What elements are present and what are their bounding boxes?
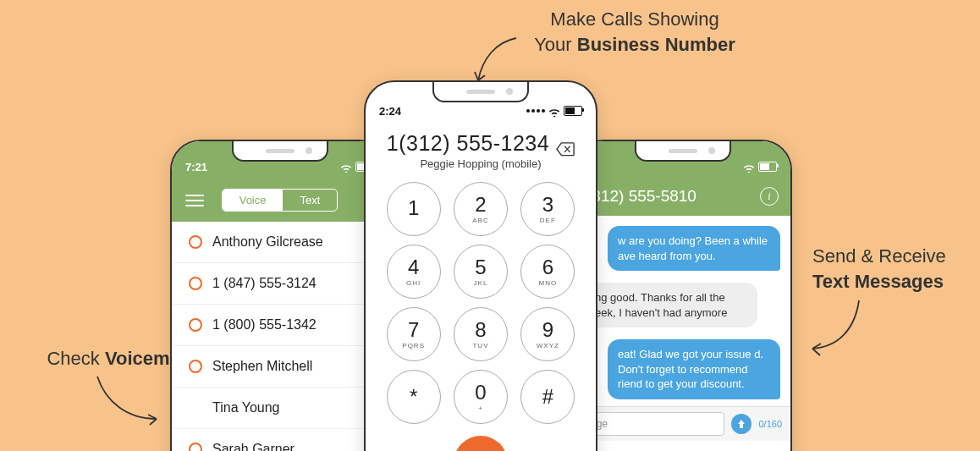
conversation-number: (312) 555-5810 — [586, 187, 696, 206]
dialed-number-row: 1(312) 555-1234 — [366, 128, 596, 156]
list-item[interactable]: Tina Young — [172, 388, 388, 429]
key-6[interactable]: 6MNO — [520, 245, 575, 299]
phone-texts: (312) 555-5810 i w are you doing? Been a… — [573, 140, 792, 451]
keypad: 1 2ABC 3DEF 4GHI 5JKL 6MNO 7PQRS 8TUV 9W… — [366, 182, 596, 424]
notch — [635, 141, 731, 162]
unread-indicator-icon — [189, 360, 202, 373]
list-item[interactable]: Stephen Mitchell — [172, 346, 388, 388]
key-0[interactable]: 0+ — [454, 370, 508, 424]
wifi-icon — [743, 162, 755, 171]
call-button[interactable] — [454, 436, 508, 451]
key-1[interactable]: 1 — [387, 182, 441, 236]
key-pound[interactable]: # — [520, 370, 575, 424]
send-button[interactable] — [731, 414, 752, 434]
list-item[interactable]: 1 (847) 555-3124 — [172, 263, 388, 305]
status-right — [743, 162, 777, 172]
list-item[interactable]: Sarah Garner — [172, 429, 388, 451]
unread-indicator-icon — [189, 235, 202, 249]
contact-name: Peggie Hopping (mobile) — [366, 157, 596, 170]
phone-dialer: 2:24 1(312) 555-1234 Peggie Hopping (mob… — [364, 80, 597, 451]
key-2[interactable]: 2ABC — [454, 182, 508, 236]
message-out: eat! Glad we got your issue d. Don't for… — [608, 339, 780, 399]
key-star[interactable]: * — [387, 370, 441, 424]
message-out: w are you doing? Been a while ave heard … — [608, 226, 780, 271]
backspace-icon[interactable] — [556, 137, 575, 151]
signal-icon — [526, 109, 545, 113]
battery-icon — [758, 162, 777, 172]
message-thread[interactable]: w are you doing? Been a while ave heard … — [575, 216, 790, 406]
key-9[interactable]: 9WXYZ — [520, 307, 575, 361]
annotation-voicemail: Check Voicemail — [30, 346, 190, 371]
annotation-calls: Make Calls Showing Your Business Number — [508, 7, 762, 57]
message-in: ng good. Thanks for all the eek, I haven… — [585, 283, 757, 327]
unread-indicator-icon — [189, 443, 202, 451]
list-item[interactable]: 1 (800) 555-1342 — [172, 305, 388, 346]
info-icon[interactable]: i — [760, 187, 779, 206]
voicemail-tabs: Voice Text — [222, 189, 339, 212]
tab-text[interactable]: Text — [283, 190, 337, 211]
notch — [432, 82, 529, 102]
annotation-text: Send & Receive Text Messages — [812, 244, 969, 294]
arrow-left — [93, 372, 169, 432]
key-4[interactable]: 4GHI — [387, 245, 441, 299]
notch — [232, 141, 328, 162]
message-input[interactable]: age — [583, 412, 724, 436]
phone-voicemail: 7:21 Voice Text Anthony Gilcrease 1 (847… — [170, 140, 389, 451]
char-counter: 0/160 — [758, 419, 782, 429]
voicemail-list: Anthony Gilcrease 1 (847) 555-3124 1 (80… — [172, 222, 388, 451]
stage: Make Calls Showing Your Business Number … — [0, 0, 980, 451]
arrow-right — [804, 296, 872, 364]
compose-bar: age 0/160 — [575, 406, 790, 441]
tab-voice[interactable]: Voice — [223, 190, 284, 211]
key-3[interactable]: 3DEF — [520, 182, 575, 236]
wifi-icon — [548, 107, 560, 115]
status-time: 2:24 — [379, 105, 401, 118]
status-right — [526, 106, 582, 116]
key-7[interactable]: 7PQRS — [387, 307, 441, 361]
wifi-icon — [340, 162, 352, 171]
list-item[interactable]: Anthony Gilcrease — [172, 222, 388, 263]
unread-indicator-icon — [189, 318, 202, 332]
status-time: 7:21 — [185, 161, 207, 173]
key-8[interactable]: 8TUV — [454, 307, 508, 361]
key-5[interactable]: 5JKL — [454, 245, 508, 299]
battery-icon — [564, 106, 582, 116]
dialed-number: 1(312) 555-1234 — [387, 131, 549, 156]
unread-indicator-icon — [189, 277, 202, 290]
menu-icon[interactable] — [185, 195, 204, 206]
